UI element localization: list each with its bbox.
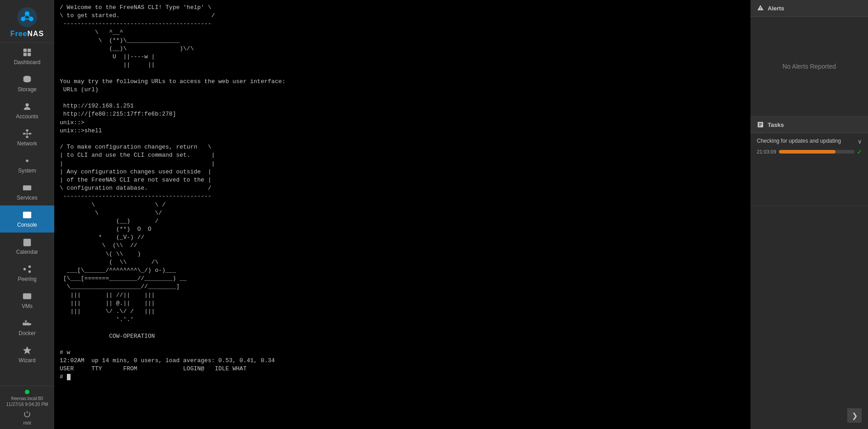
hostname: freenas.local:80 (11, 396, 43, 401)
svg-rect-8 (28, 49, 31, 52)
task-progress-bg-0 (779, 150, 855, 154)
svg-rect-10 (28, 53, 31, 56)
svg-rect-35 (23, 294, 31, 299)
sidebar-item-wizard[interactable]: Wizard (0, 341, 54, 368)
right-panel-bottom (750, 206, 868, 429)
task-time-0: 21:03:09 (757, 149, 776, 154)
task-check-0: ✓ (857, 147, 862, 156)
svg-point-30 (24, 268, 26, 270)
tasks-body: Checking for updates and updating ∨ 21:0… (750, 133, 868, 205)
svg-point-32 (28, 270, 31, 273)
task-expand-0[interactable]: ∨ (858, 138, 862, 145)
sidebar-item-storage[interactable]: Storage (0, 70, 54, 97)
svg-point-21 (25, 187, 27, 189)
sidebar: FreeNAS Dashboard Storage Accounts Netwo… (0, 0, 54, 429)
sidebar-item-dashboard[interactable]: Dashboard (0, 43, 54, 70)
sidebar-bottom: freenas.local:80 11/27/16 9:04:20 PM roo… (0, 386, 54, 429)
svg-point-19 (26, 159, 28, 162)
right-panel: Alerts No Alerts Reported Tasks (750, 0, 868, 429)
logo-text: FreeNAS (10, 30, 44, 38)
task-label-0: Checking for updates and updating (757, 138, 856, 145)
freenas-logo-icon (16, 6, 38, 28)
svg-rect-26 (24, 239, 31, 247)
sidebar-item-system[interactable]: System (0, 151, 54, 178)
svg-point-0 (17, 7, 37, 27)
sidebar-item-network[interactable]: Network (0, 124, 54, 151)
svg-point-31 (28, 266, 31, 268)
logo-area: FreeNAS (0, 0, 54, 43)
svg-rect-9 (24, 53, 27, 56)
sidebar-item-vms[interactable]: VMs (0, 287, 54, 314)
sidebar-item-services[interactable]: Services (0, 178, 54, 205)
sidebar-item-calendar[interactable]: Calendar (0, 233, 54, 260)
sidebar-item-accounts[interactable]: Accounts (0, 97, 54, 124)
svg-line-34 (26, 269, 28, 271)
alerts-title: Alerts (768, 5, 784, 12)
svg-rect-20 (23, 186, 31, 191)
task-progress-fill-0 (779, 150, 836, 154)
logged-user: root (23, 420, 31, 425)
sidebar-item-docker[interactable]: Docker (0, 314, 54, 341)
svg-line-33 (26, 267, 28, 269)
nav-items: Dashboard Storage Accounts Network Syste… (0, 43, 54, 386)
svg-marker-41 (23, 346, 31, 354)
console-output: / Welcome to the FreeNAS CLI! Type 'help… (60, 4, 745, 382)
connection-info: freenas.local:80 11/27/16 9:04:20 PM roo… (3, 390, 52, 425)
tasks-section: Tasks Checking for updates and updating … (750, 117, 868, 206)
sidebar-item-peering[interactable]: Peering (0, 260, 54, 287)
no-alerts-message: No Alerts Reported (783, 63, 836, 70)
console-area[interactable]: / Welcome to the FreeNAS CLI! Type 'help… (54, 0, 750, 429)
svg-point-43 (760, 9, 760, 10)
power-button[interactable] (23, 410, 31, 420)
date-time: 11/27/16 9:04:20 PM (6, 402, 48, 407)
alerts-body: No Alerts Reported (750, 17, 868, 116)
svg-rect-40 (25, 321, 27, 322)
alert-icon (757, 5, 764, 12)
svg-rect-14 (26, 136, 28, 138)
alerts-section: Alerts No Alerts Reported (750, 0, 868, 117)
svg-rect-13 (26, 130, 28, 131)
tasks-title: Tasks (768, 121, 784, 128)
alerts-header: Alerts (750, 0, 868, 17)
svg-point-12 (25, 103, 28, 107)
tasks-header: Tasks (750, 117, 868, 133)
svg-rect-7 (24, 49, 27, 52)
sidebar-item-console[interactable]: Console (0, 205, 54, 233)
right-panel-next-button[interactable]: ❯ (847, 408, 862, 423)
status-dot (25, 390, 29, 394)
svg-rect-15 (23, 133, 26, 135)
tasks-icon (757, 121, 764, 128)
task-item-0: Checking for updates and updating ∨ 21:0… (757, 138, 862, 156)
svg-rect-16 (29, 133, 31, 135)
svg-rect-24 (23, 212, 31, 219)
